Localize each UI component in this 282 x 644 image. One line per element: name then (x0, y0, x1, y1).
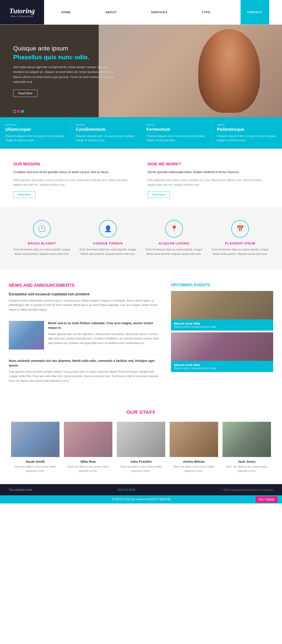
hero-title: Quisque ante ipsum (13, 45, 114, 52)
feature-small-3: pulvinar (146, 123, 206, 126)
how-we-work-label: HOW WE WORK? (148, 162, 269, 166)
news-article-text: Nullam egestas diam eu felis dignissim, … (48, 332, 162, 345)
location-icon: 📍 (165, 220, 183, 238)
news-main-title: Exceptetur sint occaecat cupidatat non p… (9, 292, 162, 296)
staff-photo-4 (170, 422, 218, 457)
event-card-subtitle-2: Mauris varius consequat tortor vitae (174, 367, 270, 370)
staff-name-4: Amina Wilson (170, 460, 218, 464)
stat-desc-4: Proin fermentum diam eu massa blandit, c… (212, 247, 269, 256)
footer: The company name 800 603 5035 © 2015 Tut… (0, 484, 282, 495)
footer-company: The company name (9, 488, 32, 491)
hero-text: Sed mattis ipsum eget felis suscipit lac… (13, 65, 114, 84)
feature-title-3: Fermentum (146, 127, 206, 132)
nav-services[interactable]: SERVICES (147, 10, 172, 14)
news-second-title: Nunc molestie venenatis nisi nec pharetr… (9, 358, 162, 368)
news-main-text: Quisque at tellus ullamcorper, pharetra … (9, 298, 162, 312)
events-column: UPCOMING EVENTS Mauris eros felis Mauris… (171, 283, 273, 383)
stat-title-4: PLACERAT IPSUM (212, 242, 269, 245)
event-card-2: Mauris eros felis Mauris varius consequa… (171, 332, 273, 372)
stat-title-2: CONGUE FINIBUS (79, 242, 136, 245)
logo-main: Tutoring (9, 7, 35, 15)
how-we-work-column: HOW WE WORK? Donec gravida malesuada tel… (148, 162, 269, 198)
bottom-bar-text: 访问官方讨论区:bbs.nanluo.com买到不下载算你输 (112, 498, 170, 501)
event-card-title-2: Mauris eros felis (174, 363, 270, 367)
feature-item-2: faucibus Condimentum Praesent aliquam to… (70, 117, 141, 149)
stat-desc-2: Proin fermentum diam eu massa blandit, c… (79, 247, 136, 256)
hero-content: Quisque ante ipsum Phasellus quis nunc o… (0, 45, 114, 97)
feature-item-1: vestibulum Ullamcorper Praesent aliquam … (0, 117, 70, 149)
news-second-text: Cras gravida metus vel tortor porttitor … (9, 370, 162, 383)
news-article-title: Morbi sed ex ac enim finibus vulputate. … (48, 321, 162, 330)
how-we-work-read-more-button[interactable]: Read More (148, 192, 170, 198)
staff-card-3: John Franklin Nunc nec libero a dui curs… (117, 422, 165, 473)
mission-main-text: Curabitur sed eros id dui gravida varius… (13, 170, 134, 175)
hero-child-image (198, 29, 260, 113)
calendar-icon: 📅 (231, 220, 249, 238)
feature-small-2: faucibus (76, 123, 136, 126)
feature-title-2: Condimentum (76, 127, 136, 132)
news-events-section: NEWS AND ANNOUNCEMENTS Exceptetur sint o… (0, 270, 282, 396)
news-divider-1 (9, 316, 162, 316)
main-nav: HOME ABOUT SERVICES TYPO CONTACT (44, 0, 282, 24)
staff-card-4: Amina Wilson Nunc nec libero a dui cursu… (170, 422, 218, 473)
clock-icon: 🕐 (33, 220, 51, 238)
news-title: NEWS AND ANNOUNCEMENTS (9, 283, 162, 288)
bottom-bar: 访问官方讨论区:bbs.nanluo.com买到不下载算你输 前往下载模板 (0, 495, 282, 504)
staff-photo-3 (117, 422, 165, 457)
nav-contact[interactable]: CONTACT (240, 0, 269, 24)
staff-card-5: Jack Jones Nunc nec libero a dui cursus … (222, 422, 271, 473)
news-column: NEWS AND ANNOUNCEMENTS Exceptetur sint o… (9, 283, 162, 383)
nav-about[interactable]: ABOUT (101, 10, 121, 14)
staff-desc-4: Nunc nec libero a dui cursus mattis plac… (170, 465, 218, 473)
staff-name-1: Sarah Smith (11, 460, 60, 464)
staff-desc-3: Nunc nec libero a dui cursus mattis plac… (117, 465, 165, 473)
news-article-image (9, 321, 44, 350)
mission-sub-text: Nulla dignissim elit et libero luctus co… (13, 178, 134, 187)
news-divider-2 (9, 354, 162, 354)
how-we-work-main-text: Donec gravida malesuada tellus. Nullam e… (148, 170, 269, 175)
hero-dots (13, 110, 24, 113)
hero-dot-2[interactable] (17, 110, 20, 113)
staff-card-1: Sarah Smith Nunc nec libero a dui cursus… (11, 422, 60, 473)
staff-desc-2: Nunc nec libero a dui cursus mattis plac… (64, 465, 112, 473)
footer-left: The company name (9, 488, 32, 491)
staff-photo-2 (64, 422, 112, 457)
stat-desc-1: Proin fermentum diam eu massa blandit, c… (13, 247, 70, 256)
feature-title-4: Pellentesque (217, 127, 277, 132)
footer-copyright: © 2015 Tutoring All Rights Reserved | De… (222, 488, 273, 491)
feature-desc-4: Praesent aliquam tortor non quam ornare … (217, 134, 277, 142)
news-article-with-image: Morbi sed ex ac enim finibus vulputate. … (9, 321, 162, 350)
staff-desc-5: Nunc nec libero a dui cursus mattis plac… (222, 465, 271, 473)
download-template-button[interactable]: 前往下载模板 (256, 496, 278, 502)
staff-grid: Sarah Smith Nunc nec libero a dui cursus… (9, 422, 273, 473)
feature-item-3: pulvinar Fermentum Praesent aliquam tort… (141, 117, 212, 149)
events-title: UPCOMING EVENTS (171, 283, 273, 288)
stat-item-1: 🕐 MASSA BLANDIT Proin fermentum diam eu … (9, 220, 75, 256)
hero-section: Quisque ante ipsum Phasellus quis nunc o… (0, 25, 282, 117)
hero-dot-1[interactable] (13, 110, 16, 113)
stat-item-3: 📍 ALIQUAM LACINIA Proin fermentum diam e… (141, 220, 207, 256)
event-card-1: Mauris eros felis Mauris varius consequa… (171, 291, 273, 330)
stat-desc-3: Proin fermentum diam eu massa blandit, c… (146, 247, 203, 256)
mission-label: OUR MISSION (13, 162, 134, 166)
staff-section: OUR STAFF Sarah Smith Nunc nec libero a … (0, 396, 282, 484)
staff-photo-1 (11, 422, 60, 457)
stat-title-1: MASSA BLANDIT (13, 242, 70, 245)
nav-typo[interactable]: TYPO (198, 10, 215, 14)
logo-sub: Best Education (9, 15, 35, 18)
hero-dot-3[interactable] (21, 110, 24, 113)
logo: Tutoring Best Education (9, 7, 35, 18)
event-card-subtitle-1: Mauris varius consequat tortor vitae (174, 325, 270, 328)
staff-desc-1: Nunc nec libero a dui cursus mattis plac… (11, 465, 60, 473)
nav-home[interactable]: HOME (57, 10, 75, 14)
feature-item-4: sagittis Pellentesque Praesent aliquam t… (212, 117, 282, 149)
how-we-work-sub-text: Nulla dignissim elit et libero luctus co… (148, 178, 269, 187)
mission-read-more-button[interactable]: Read More (13, 192, 36, 198)
stat-item-4: 📅 PLACERAT IPSUM Proin fermentum diam eu… (207, 220, 273, 256)
mission-section: OUR MISSION Curabitur sed eros id dui gr… (0, 149, 282, 207)
feature-small-1: vestibulum (5, 123, 65, 126)
hero-subtitle: Phasellus quis nunc odio. (13, 54, 114, 61)
feature-small-4: sagittis (217, 123, 277, 126)
event-overlay-2: Mauris eros felis Mauris varius consequa… (171, 361, 273, 372)
hero-cta-button[interactable]: Read More (13, 90, 38, 97)
